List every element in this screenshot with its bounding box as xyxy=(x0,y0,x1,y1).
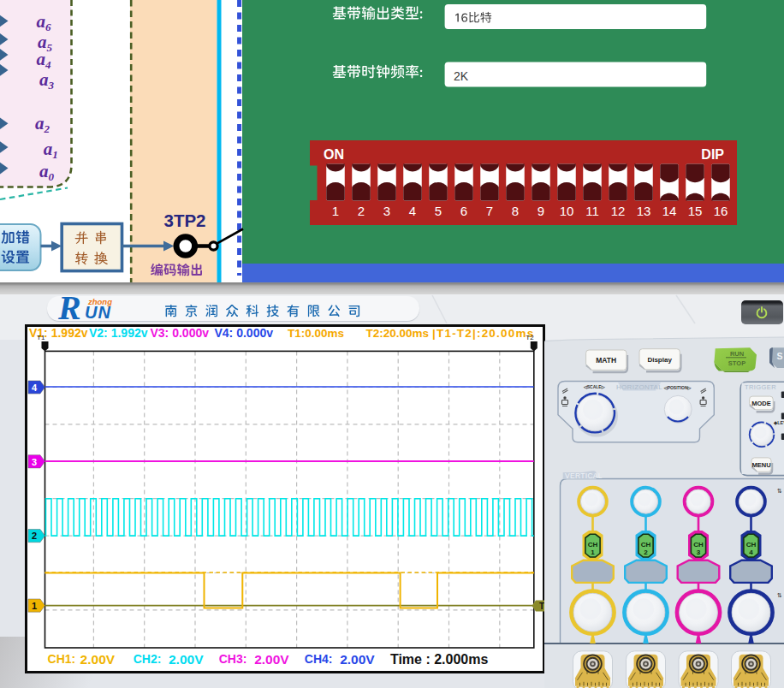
svg-text:CH2:: CH2: xyxy=(134,652,162,666)
svg-text:zhong: zhong xyxy=(87,297,112,306)
svg-text:14: 14 xyxy=(662,204,677,218)
svg-text:CH: CH xyxy=(693,541,704,549)
svg-text:8: 8 xyxy=(512,204,519,218)
svg-text:MENU: MENU xyxy=(752,461,771,469)
svg-text:5: 5 xyxy=(435,204,442,218)
svg-text:2.00V: 2.00V xyxy=(254,652,289,667)
svg-text:2K: 2K xyxy=(454,69,469,83)
svg-text:CH1:: CH1: xyxy=(48,652,76,666)
svg-text:CH: CH xyxy=(641,541,651,549)
svg-text:1: 1 xyxy=(332,204,339,218)
svg-text:⇅: ⇅ xyxy=(777,488,782,494)
svg-text:Time : 2.000ms: Time : 2.000ms xyxy=(390,652,489,667)
svg-text:HORIZONTAL: HORIZONTAL xyxy=(616,383,662,391)
svg-text:2.00V: 2.00V xyxy=(340,652,375,667)
svg-text:CH: CH xyxy=(588,541,598,549)
svg-text:DIP: DIP xyxy=(701,147,724,162)
svg-text:6: 6 xyxy=(460,204,467,218)
svg-text:◁POSITION▷: ◁POSITION▷ xyxy=(663,385,692,390)
svg-text:13: 13 xyxy=(637,204,651,218)
svg-text:MODE: MODE xyxy=(751,400,771,407)
svg-text:4: 4 xyxy=(32,383,38,393)
svg-text:T2: T2 xyxy=(526,334,534,341)
svg-text:◆LEV: ◆LEV xyxy=(773,420,784,425)
svg-text:3: 3 xyxy=(32,457,37,467)
svg-text:|T1-T2|:20.00ms: |T1-T2|:20.00ms xyxy=(432,327,534,340)
svg-text:TRIGGER: TRIGGER xyxy=(745,383,776,391)
svg-text:Display: Display xyxy=(647,356,672,364)
svg-text:CH4:: CH4: xyxy=(305,652,333,666)
svg-text:CH: CH xyxy=(746,541,757,549)
svg-text:⇅: ⇅ xyxy=(777,592,782,598)
svg-text:3TP2: 3TP2 xyxy=(164,211,206,230)
svg-text:3: 3 xyxy=(697,549,701,556)
svg-text:R: R xyxy=(57,294,81,327)
svg-text:1: 1 xyxy=(591,549,595,556)
svg-text:V4: 0.000v: V4: 0.000v xyxy=(215,326,274,340)
svg-text:T2:20.00ms: T2:20.00ms xyxy=(366,327,430,340)
svg-text:15: 15 xyxy=(688,204,703,218)
svg-text:12: 12 xyxy=(611,204,626,218)
svg-text:T1: T1 xyxy=(37,334,45,341)
svg-text:9: 9 xyxy=(538,204,544,218)
svg-text:MATH: MATH xyxy=(596,356,616,365)
svg-text:2.00V: 2.00V xyxy=(169,652,204,667)
svg-text:3: 3 xyxy=(383,204,390,218)
svg-text:STOP: STOP xyxy=(728,359,745,367)
svg-text:ON: ON xyxy=(324,147,344,162)
svg-text:1: 1 xyxy=(32,601,37,611)
svg-text:4: 4 xyxy=(749,549,753,556)
svg-text:4: 4 xyxy=(409,204,416,218)
svg-text:2: 2 xyxy=(644,549,648,556)
svg-text:T1:0.00ms: T1:0.00ms xyxy=(288,327,344,340)
svg-text:V3: 0.000v: V3: 0.000v xyxy=(151,326,210,340)
svg-text:RUN: RUN xyxy=(730,350,744,358)
svg-text:VERTICAL: VERTICAL xyxy=(565,472,603,480)
svg-text:10: 10 xyxy=(560,204,574,218)
svg-text:V2: 1.992v: V2: 1.992v xyxy=(89,326,148,340)
svg-text:◁SCALE▷: ◁SCALE▷ xyxy=(583,384,606,389)
svg-text:11: 11 xyxy=(585,204,599,218)
svg-text:2.00V: 2.00V xyxy=(80,652,116,667)
svg-text:2: 2 xyxy=(32,531,37,541)
svg-text:CH3:: CH3: xyxy=(219,652,247,666)
svg-text:S: S xyxy=(776,351,782,361)
svg-text:7: 7 xyxy=(486,204,493,218)
svg-text:16: 16 xyxy=(714,204,728,218)
svg-text:2: 2 xyxy=(358,204,365,218)
